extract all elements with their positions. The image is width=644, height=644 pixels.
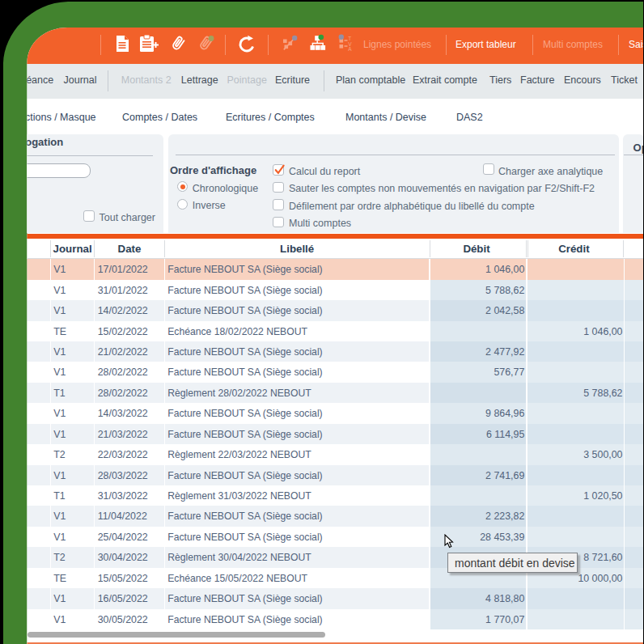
svg-text:A: A [348, 46, 352, 51]
